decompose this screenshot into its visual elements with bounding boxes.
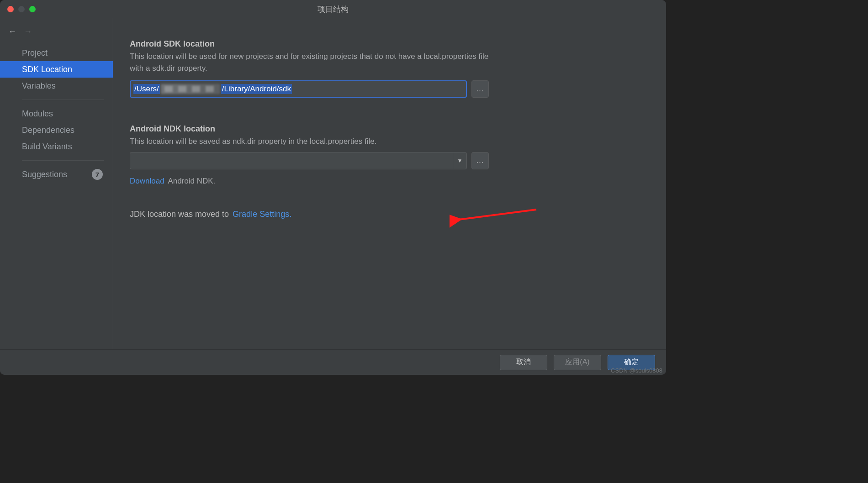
svg-line-0: [459, 210, 536, 220]
ndk-location-combo[interactable]: ▼: [130, 152, 467, 169]
download-ndk-rest: Android NDK.: [166, 177, 216, 185]
sidebar-item-variables[interactable]: Variables: [0, 78, 113, 94]
sidebar-item-build-variants[interactable]: Build Variants: [0, 138, 113, 155]
separator: [22, 160, 104, 161]
browse-sdk-button[interactable]: ...: [471, 80, 489, 98]
sdk-path-prefix: /Users/: [133, 84, 160, 94]
sidebar-item-project[interactable]: Project: [0, 45, 113, 61]
annotation-arrow-icon: [450, 205, 541, 232]
watermark: CSDN @souls0808: [611, 367, 662, 374]
download-ndk-line: Download Android NDK.: [130, 177, 639, 186]
nav-row: ← →: [0, 23, 113, 40]
apply-button[interactable]: 应用(A): [554, 355, 601, 370]
window-title: 项目结构: [0, 4, 666, 15]
sidebar-item-label: Suggestions: [22, 170, 67, 179]
jdk-moved-prefix: JDK location was moved to: [130, 210, 229, 219]
ndk-location-desc: This location will be saved as ndk.dir p…: [130, 136, 491, 147]
content-pane: Android SDK location This location will …: [113, 18, 666, 349]
sdk-location-title: Android SDK location: [130, 39, 639, 49]
minimize-icon[interactable]: [18, 6, 25, 12]
dialog-footer: 取消 应用(A) 确定: [0, 349, 666, 375]
separator: [22, 100, 104, 100]
ndk-location-title: Android NDK location: [130, 124, 639, 134]
window-controls: [7, 6, 36, 12]
sidebar-item-sdk-location[interactable]: SDK Location: [0, 61, 113, 78]
jdk-moved-line: JDK location was moved to Gradle Setting…: [130, 210, 639, 219]
sdk-path-suffix: /Library/Android/sdk: [221, 84, 292, 94]
sdk-location-desc: This location will be used for new proje…: [130, 51, 491, 74]
chevron-down-icon[interactable]: ▼: [453, 152, 466, 169]
maximize-icon[interactable]: [29, 6, 36, 12]
sidebar-item-dependencies[interactable]: Dependencies: [0, 122, 113, 138]
back-icon[interactable]: ←: [8, 27, 16, 37]
sidebar-item-suggestions[interactable]: Suggestions 7: [0, 166, 113, 183]
close-icon[interactable]: [7, 6, 14, 12]
project-structure-dialog: 项目结构 ← → Project SDK Location Variables …: [0, 0, 666, 375]
gradle-settings-link[interactable]: Gradle Settings.: [233, 210, 291, 219]
titlebar: 项目结构: [0, 0, 666, 18]
forward-icon: →: [24, 27, 32, 37]
cancel-button[interactable]: 取消: [500, 355, 547, 370]
download-ndk-link[interactable]: Download: [130, 177, 164, 185]
suggestions-badge: 7: [92, 169, 103, 180]
browse-ndk-button[interactable]: ...: [471, 152, 489, 169]
sidebar: ← → Project SDK Location Variables Modul…: [0, 18, 113, 349]
sidebar-item-modules[interactable]: Modules: [0, 105, 113, 122]
sdk-location-input[interactable]: /Users/ /Library/Android/sdk: [130, 80, 467, 98]
redacted-segment: [161, 84, 220, 94]
